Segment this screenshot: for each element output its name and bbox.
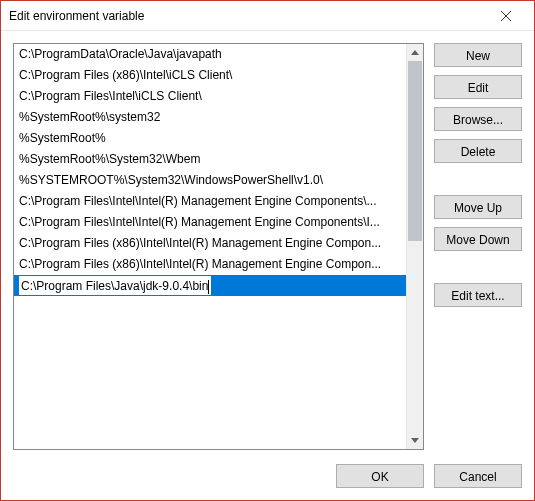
close-button[interactable]: [486, 2, 526, 30]
button-column: New Edit Browse... Delete Move Up Move D…: [434, 43, 522, 450]
list-item-editing[interactable]: C:\Program Files\Java\jdk-9.0.4\bin: [14, 275, 406, 296]
path-listbox[interactable]: C:\ProgramData\Oracle\Java\javapathC:\Pr…: [13, 43, 424, 450]
edit-button[interactable]: Edit: [434, 75, 522, 99]
titlebar: Edit environment variable: [1, 1, 534, 31]
list-item[interactable]: C:\Program Files (x86)\Intel\iCLS Client…: [14, 65, 406, 86]
dialog-title: Edit environment variable: [9, 9, 486, 23]
edit-env-var-dialog: Edit environment variable C:\ProgramData…: [0, 0, 535, 501]
delete-button[interactable]: Delete: [434, 139, 522, 163]
edit-text-button[interactable]: Edit text...: [434, 283, 522, 307]
scroll-thumb[interactable]: [408, 61, 422, 241]
bottom-row: OK Cancel: [13, 450, 522, 488]
scrollbar[interactable]: [406, 44, 423, 449]
move-down-button[interactable]: Move Down: [434, 227, 522, 251]
list-item[interactable]: C:\Program Files\Intel\Intel(R) Manageme…: [14, 212, 406, 233]
main-row: C:\ProgramData\Oracle\Java\javapathC:\Pr…: [13, 43, 522, 450]
new-button[interactable]: New: [434, 43, 522, 67]
list-item[interactable]: %SYSTEMROOT%\System32\WindowsPowerShell\…: [14, 170, 406, 191]
list-item[interactable]: C:\Program Files\Intel\iCLS Client\: [14, 86, 406, 107]
list-item[interactable]: C:\Program Files (x86)\Intel\Intel(R) Ma…: [14, 254, 406, 275]
chevron-up-icon: [411, 50, 419, 55]
close-icon: [501, 11, 511, 21]
path-edit-input[interactable]: C:\Program Files\Java\jdk-9.0.4\bin: [19, 276, 211, 295]
list-item[interactable]: C:\Program Files\Intel\Intel(R) Manageme…: [14, 191, 406, 212]
list-item[interactable]: %SystemRoot%\system32: [14, 107, 406, 128]
text-caret: [208, 280, 209, 294]
scroll-down-button[interactable]: [407, 432, 423, 449]
cancel-button[interactable]: Cancel: [434, 464, 522, 488]
chevron-down-icon: [411, 438, 419, 443]
list-item[interactable]: %SystemRoot%\System32\Wbem: [14, 149, 406, 170]
dialog-body: C:\ProgramData\Oracle\Java\javapathC:\Pr…: [1, 31, 534, 500]
ok-button[interactable]: OK: [336, 464, 424, 488]
scroll-up-button[interactable]: [407, 44, 423, 61]
list-item[interactable]: C:\Program Files (x86)\Intel\Intel(R) Ma…: [14, 233, 406, 254]
list-item[interactable]: C:\ProgramData\Oracle\Java\javapath: [14, 44, 406, 65]
browse-button[interactable]: Browse...: [434, 107, 522, 131]
list-item[interactable]: %SystemRoot%: [14, 128, 406, 149]
scroll-track[interactable]: [407, 61, 423, 432]
move-up-button[interactable]: Move Up: [434, 195, 522, 219]
